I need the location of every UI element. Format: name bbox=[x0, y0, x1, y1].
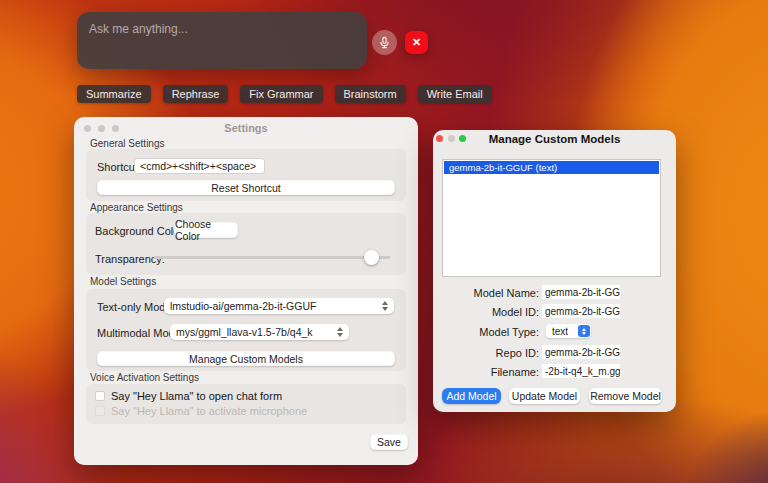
quick-action-summarize[interactable]: Summarize bbox=[77, 85, 151, 103]
model-settings-heading: Model Settings bbox=[90, 276, 156, 287]
repo-id-label: Repo ID: bbox=[433, 347, 539, 359]
quick-actions-bar: Summarize Rephrase Fix Grammar Brainstor… bbox=[77, 85, 492, 103]
filename-label: Filename: bbox=[433, 366, 539, 378]
manage-window-title: Manage Custom Models bbox=[433, 133, 676, 145]
shortcut-input[interactable]: <cmd>+<shift>+<space> bbox=[134, 158, 265, 174]
multimodal-model-dropdown[interactable]: mys/ggml_llava-v1.5-7b/q4_k bbox=[170, 324, 349, 340]
desktop: Ask me anything... ✕ Summarize Rephrase … bbox=[0, 0, 768, 483]
custom-models-list[interactable]: gemma-2b-it-GGUF (text) bbox=[442, 159, 661, 277]
close-chat-button[interactable]: ✕ bbox=[405, 31, 428, 54]
model-list-item-selected[interactable]: gemma-2b-it-GGUF (text) bbox=[444, 161, 659, 174]
manage-custom-models-button[interactable]: Manage Custom Models bbox=[97, 351, 395, 366]
transparency-slider-knob[interactable] bbox=[364, 250, 379, 265]
model-name-label: Model Name: bbox=[433, 287, 539, 299]
appearance-settings-heading: Appearance Settings bbox=[90, 202, 183, 213]
model-id-label: Model ID: bbox=[433, 306, 539, 318]
model-type-value: text bbox=[552, 326, 568, 337]
model-settings-group: Text-only Model: lmstudio-ai/gemma-2b-it… bbox=[86, 289, 406, 371]
remove-model-button[interactable]: Remove Model bbox=[589, 388, 662, 404]
general-settings-heading: General Settings bbox=[90, 138, 165, 149]
hey-llama-open-label: Say "Hey Llama" to open chat form bbox=[111, 390, 282, 402]
model-type-label: Model Type: bbox=[433, 326, 539, 338]
background-color-label: Background Color: bbox=[95, 225, 186, 237]
popup-stepper-icon bbox=[578, 325, 590, 337]
chat-placeholder: Ask me anything... bbox=[89, 22, 188, 36]
hey-llama-mic-label: Say "Hey Llama" to activate microphone bbox=[111, 405, 307, 417]
voice-activation-heading: Voice Activation Settings bbox=[90, 372, 199, 383]
multimodal-model-value: mys/ggml_llava-v1.5-7b/q4_k bbox=[176, 326, 313, 338]
transparency-slider-track bbox=[154, 256, 390, 259]
model-name-input[interactable]: gemma-2b-it-GGUF bbox=[542, 285, 620, 299]
quick-action-write-email[interactable]: Write Email bbox=[418, 85, 492, 103]
filename-input[interactable]: -2b-it-q4_k_m.gguf bbox=[542, 364, 620, 378]
transparency-slider[interactable] bbox=[154, 250, 390, 265]
model-type-popup[interactable]: text bbox=[546, 324, 591, 338]
dropdown-stepper-icon bbox=[337, 327, 343, 337]
text-only-model-value: lmstudio-ai/gemma-2b-it-GGUF bbox=[170, 300, 316, 312]
model-id-input[interactable]: gemma-2b-it-GGUF bbox=[542, 304, 620, 318]
hey-llama-mic-checkbox bbox=[95, 406, 105, 416]
repo-id-input[interactable]: gemma-2b-it-GGUF bbox=[542, 345, 620, 359]
microphone-button[interactable] bbox=[372, 30, 397, 55]
reset-shortcut-button[interactable]: Reset Shortcut bbox=[97, 180, 395, 195]
text-only-model-dropdown[interactable]: lmstudio-ai/gemma-2b-it-GGUF bbox=[164, 298, 394, 314]
update-model-button[interactable]: Update Model bbox=[509, 388, 580, 404]
voice-activation-group: Say "Hey Llama" to open chat form Say "H… bbox=[86, 384, 406, 424]
appearance-settings-group: Background Color: Choose Color Transpare… bbox=[86, 213, 406, 275]
add-model-button[interactable]: Add Model bbox=[442, 388, 501, 404]
settings-window-title: Settings bbox=[74, 122, 418, 134]
chat-input[interactable]: Ask me anything... bbox=[77, 12, 367, 69]
manage-custom-models-window: Manage Custom Models gemma-2b-it-GGUF (t… bbox=[433, 130, 676, 412]
quick-action-brainstorm[interactable]: Brainstorm bbox=[335, 85, 406, 103]
microphone-icon bbox=[378, 36, 391, 49]
save-button[interactable]: Save bbox=[370, 434, 408, 450]
hey-llama-open-checkbox[interactable] bbox=[95, 391, 105, 401]
general-settings-group: Shortcut: <cmd>+<shift>+<space> Reset Sh… bbox=[86, 149, 406, 201]
choose-color-button[interactable]: Choose Color bbox=[174, 222, 238, 238]
close-icon: ✕ bbox=[412, 36, 421, 49]
quick-action-fix-grammar[interactable]: Fix Grammar bbox=[240, 85, 322, 103]
dropdown-stepper-icon bbox=[382, 301, 388, 311]
quick-action-rephrase[interactable]: Rephrase bbox=[163, 85, 229, 103]
settings-window: Settings General Settings Shortcut: <cmd… bbox=[74, 117, 418, 465]
